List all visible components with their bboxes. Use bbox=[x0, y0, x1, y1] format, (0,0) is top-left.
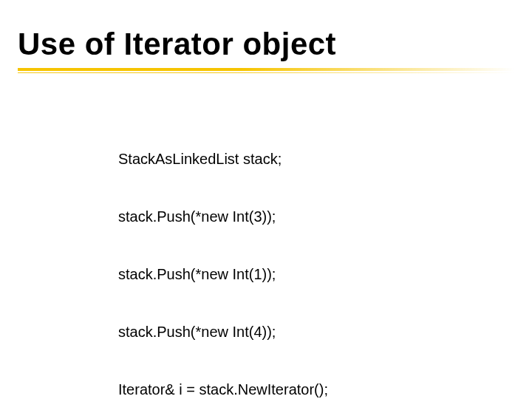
code-line: stack.Push(*new Int(1)); bbox=[118, 265, 328, 284]
code-line: StackAsLinkedList stack; bbox=[118, 149, 328, 168]
slide: Use of Iterator object StackAsLinkedList… bbox=[0, 0, 532, 399]
underline-thick bbox=[18, 68, 514, 71]
title-underline bbox=[18, 68, 514, 78]
code-block: StackAsLinkedList stack; stack.Push(*new… bbox=[118, 111, 328, 399]
code-line: Iterator& i = stack.NewIterator(); bbox=[118, 380, 328, 399]
code-line: stack.Push(*new Int(3)); bbox=[118, 207, 328, 226]
underline-thin bbox=[18, 72, 514, 73]
slide-title: Use of Iterator object bbox=[18, 27, 336, 62]
code-line: stack.Push(*new Int(4)); bbox=[118, 322, 328, 341]
